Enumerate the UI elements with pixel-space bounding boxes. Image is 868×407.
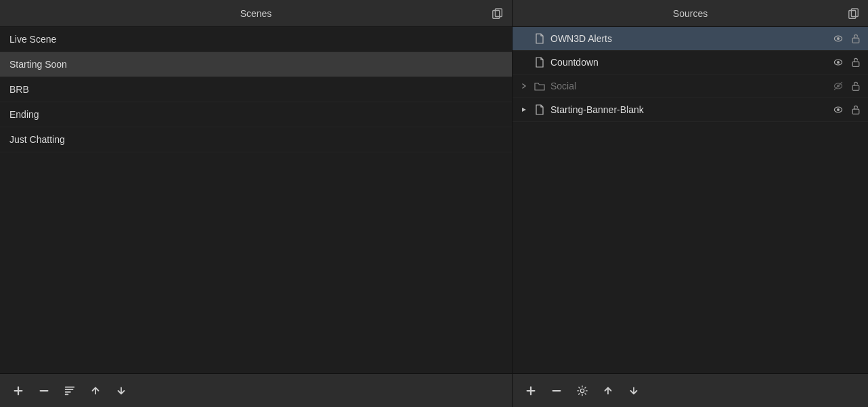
- source-lock-banner[interactable]: [849, 103, 863, 116]
- scenes-panel: Scenes Live SceneStarting SoonBRBEndingJ…: [0, 0, 513, 407]
- svg-rect-7: [851, 8, 858, 16]
- source-actions-social: [831, 79, 863, 93]
- source-lock-own3d-alerts[interactable]: [849, 32, 863, 45]
- scenes-header-icon[interactable]: [492, 7, 504, 20]
- source-lock-social[interactable]: [849, 79, 863, 93]
- sources-remove-button[interactable]: [546, 381, 567, 400]
- scenes-title: Scenes: [240, 8, 272, 19]
- sources-header: Sources: [513, 0, 868, 27]
- source-item-countdown[interactable]: Countdown: [513, 51, 868, 74]
- svg-point-19: [837, 108, 840, 111]
- source-item-own3d-alerts[interactable]: OWN3D Alerts: [513, 27, 868, 51]
- source-type-icon-countdown: [534, 57, 545, 68]
- svg-rect-10: [852, 38, 859, 43]
- svg-rect-1: [495, 8, 502, 16]
- svg-point-21: [580, 389, 584, 392]
- scenes-remove-button[interactable]: [34, 381, 54, 400]
- scene-item-live-scene[interactable]: Live Scene: [0, 27, 512, 52]
- source-name-own3d-alerts: OWN3D Alerts: [550, 33, 860, 44]
- svg-point-12: [837, 61, 840, 64]
- sources-move-up-button[interactable]: [598, 381, 618, 400]
- svg-rect-6: [849, 10, 856, 18]
- svg-rect-3: [65, 389, 74, 390]
- scenes-list: Live SceneStarting SoonBRBEndingJust Cha…: [0, 27, 512, 373]
- svg-rect-0: [493, 10, 500, 18]
- sources-title: Sources: [673, 8, 708, 19]
- sources-list: OWN3D Alerts: [513, 27, 868, 373]
- scenes-toolbar: [0, 373, 512, 407]
- sources-header-icon[interactable]: [848, 7, 860, 20]
- source-name-starting-banner: Starting-Banner-Blank: [550, 104, 860, 115]
- source-expand-banner[interactable]: [521, 106, 529, 113]
- source-expand-social[interactable]: [521, 83, 529, 89]
- scene-item-starting-soon[interactable]: Starting Soon: [0, 52, 512, 77]
- sources-move-down-button[interactable]: [624, 381, 644, 400]
- scene-item-ending[interactable]: Ending: [0, 102, 512, 127]
- source-visibility-countdown[interactable]: [831, 56, 845, 69]
- svg-rect-2: [65, 386, 74, 387]
- sources-settings-button[interactable]: [572, 381, 592, 400]
- scene-item-just-chatting[interactable]: Just Chatting: [0, 127, 512, 152]
- source-type-icon-banner: [534, 104, 545, 115]
- svg-rect-5: [65, 393, 68, 395]
- scenes-filter-button[interactable]: [60, 381, 80, 400]
- sources-add-button[interactable]: [521, 381, 541, 400]
- source-item-social[interactable]: Social: [513, 74, 868, 98]
- source-actions-countdown: [831, 56, 863, 69]
- scenes-header: Scenes: [0, 0, 512, 27]
- source-name-countdown: Countdown: [550, 57, 860, 68]
- scenes-move-down-button[interactable]: [111, 381, 131, 400]
- source-lock-countdown[interactable]: [849, 56, 863, 69]
- source-visibility-banner[interactable]: [831, 103, 845, 116]
- source-visibility-own3d-alerts[interactable]: [831, 32, 845, 45]
- scenes-move-up-button[interactable]: [85, 381, 106, 400]
- svg-point-9: [837, 37, 840, 40]
- scenes-add-button[interactable]: [8, 381, 28, 400]
- sources-toolbar: [513, 373, 868, 407]
- svg-rect-17: [852, 85, 859, 90]
- source-item-starting-banner[interactable]: Starting-Banner-Blank: [513, 98, 868, 122]
- source-type-icon: [534, 33, 545, 44]
- svg-rect-4: [65, 391, 71, 392]
- source-name-social: Social: [550, 81, 860, 91]
- source-actions-banner: [831, 103, 863, 116]
- svg-rect-13: [852, 62, 859, 66]
- source-group-icon-social: [534, 81, 545, 91]
- sources-panel: Sources OWN3D Alerts: [513, 0, 868, 407]
- source-visibility-social[interactable]: [831, 79, 845, 93]
- scene-item-brb[interactable]: BRB: [0, 77, 512, 102]
- svg-rect-20: [852, 109, 859, 114]
- source-actions-own3d-alerts: [831, 32, 863, 45]
